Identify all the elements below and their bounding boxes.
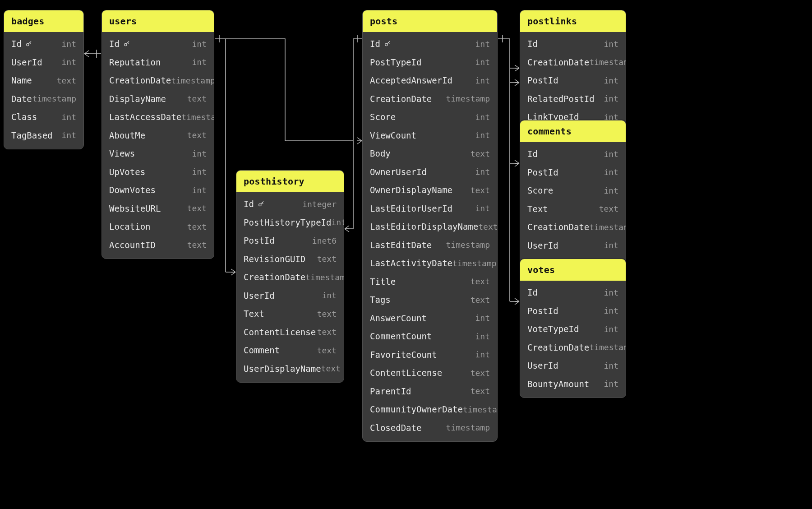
column-row: UserIdint [4,53,83,72]
table-postlinks[interactable]: postlinksIdintCreationDatetimestampPostI… [520,10,626,131]
column-type: int [604,360,618,372]
column-name-text: UserId [527,359,558,372]
column-name: UserId [244,289,275,302]
column-type: int [475,166,490,178]
column-type: int [604,185,618,197]
column-row: Texttext [236,305,344,323]
column-type: text [57,74,76,87]
column-type: text [471,148,490,160]
column-name-text: CreationDate [527,56,589,69]
column-name-text: Text [244,307,264,320]
column-name-text: ClosedDate [370,421,421,435]
column-name-text: Id [370,37,380,51]
column-name-text: CreationDate [109,74,171,87]
column-name-text: PostHistoryTypeId [244,216,331,229]
table-posthistory[interactable]: posthistoryIdintegerPostHistoryTypeIdint… [236,170,344,383]
column-row: CommentCountint [363,327,497,346]
column-name: CreationDate [527,341,589,354]
column-name: Name [11,74,32,87]
column-type: int [604,74,618,87]
column-name-text: AccountID [109,239,156,252]
column-name-text: ParentId [370,385,411,398]
column-row: Viewsint [102,144,214,163]
column-name: LastAccessDate [109,111,181,124]
column-type: timestamp [32,93,76,105]
table-header: postlinks [520,10,626,32]
column-row: CreationDatetimestamp [520,218,626,236]
column-name: ContentLicense [244,326,316,339]
column-row: AnswerCountint [363,309,497,328]
table-posts[interactable]: postsIdintPostTypeIdintAcceptedAnswerIdi… [362,10,498,442]
column-type: timestamp [463,403,498,416]
column-name: LastEditorUserId [370,202,452,215]
column-row: Classint [4,108,83,126]
column-type: int [475,38,490,50]
column-row: Locationtext [102,217,214,236]
column-name-text: CreationDate [370,93,432,106]
column-name-text: PostId [244,234,275,247]
table-header: users [102,10,214,32]
column-name: Score [370,111,396,124]
column-name-text: LastEditDate [370,239,432,252]
column-type: text [471,385,490,397]
column-name-text: OwnerDisplayName [370,184,452,197]
column-type: timestamp [446,93,490,105]
column-name-text: CreationDate [527,221,589,234]
column-name: CreationDate [370,93,432,106]
column-name: DisplayName [109,93,166,106]
column-name: UserId [527,359,558,372]
table-badges[interactable]: badgesIdintUserIdintNametextDatetimestam… [4,10,84,149]
column-row: PostIdint [520,71,626,90]
column-name: Reputation [109,56,161,69]
column-name: ParentId [370,385,411,398]
column-type: timestamp [446,421,490,434]
column-list: IdintCreationDatetimestampPostIdintRelat… [520,32,626,131]
column-list: IdintegerPostHistoryTypeIdintPostIdinet6… [236,192,344,382]
column-name-text: RevisionGUID [244,253,305,266]
column-name-text: UserId [11,56,42,69]
column-name-text: LastAccessDate [109,111,181,124]
column-name-text: DisplayName [109,93,166,106]
column-name: LastEditDate [370,239,432,252]
column-name: Location [109,220,151,233]
column-name: Id [109,37,130,51]
table-header: posthistory [236,171,344,192]
column-name: UserId [527,239,558,252]
column-name-text: PostId [527,74,558,87]
column-type: int [475,348,490,361]
column-name: CreationDate [244,271,305,284]
column-name-text: LastEditorDisplayName [370,220,478,233]
column-type: int [192,38,207,50]
column-type: timestamp [181,111,214,123]
column-name-text: OwnerUserId [370,166,427,179]
column-list: IdintReputationintCreationDatetimestampD… [102,32,214,259]
column-row: LastEditorUserIdint [363,199,497,218]
column-name-text: Id [527,37,538,51]
column-name: PostId [527,74,558,87]
table-users[interactable]: usersIdintReputationintCreationDatetimes… [102,10,214,259]
column-name-text: Views [109,147,135,160]
column-type: int [192,56,207,68]
column-type: timestamp [589,221,626,233]
column-name-text: CommentCount [370,330,432,343]
key-icon [25,40,32,47]
column-name: Score [527,184,553,197]
column-type: int [604,378,618,390]
column-row: Idinteger [236,195,344,213]
column-name: ClosedDate [370,421,421,435]
table-comments[interactable]: commentsIdintPostIdintScoreintTexttextCr… [520,120,626,278]
column-type: text [471,367,490,379]
column-name: CreationDate [527,56,589,69]
column-name-text: PostId [527,305,558,318]
column-name: VoteTypeId [527,323,579,336]
table-votes[interactable]: votesIdintPostIdintVoteTypeIdintCreation… [520,259,626,398]
column-type: int [475,111,490,123]
column-name-text: Id [109,37,120,51]
column-type: int [604,93,618,105]
column-type: int [604,239,618,251]
column-row: UpVotesint [102,163,214,181]
column-row: OwnerUserIdint [363,163,497,181]
column-row: UserIdint [520,236,626,255]
column-name-text: Score [370,111,396,124]
column-row: Scoreint [520,181,626,200]
